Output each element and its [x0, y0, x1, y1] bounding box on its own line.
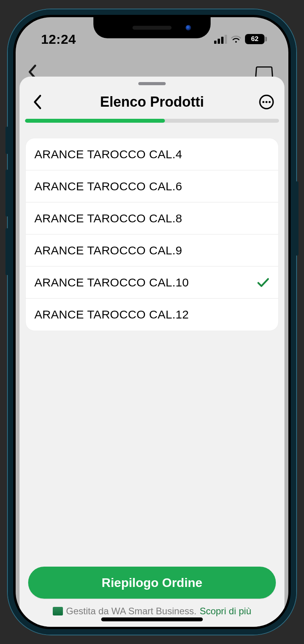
- svg-point-3: [268, 101, 270, 103]
- bottom-sheet: Elenco Prodotti ARANCE T: [20, 77, 284, 627]
- product-row[interactable]: ARANCE TAROCCO CAL.10: [26, 267, 278, 299]
- back-button[interactable]: [29, 93, 46, 111]
- status-right: 62: [214, 34, 267, 44]
- product-label: ARANCE TAROCCO CAL.6: [34, 180, 182, 193]
- product-row[interactable]: ARANCE TAROCCO CAL.9: [26, 234, 278, 267]
- more-button[interactable]: [258, 93, 275, 111]
- product-label: ARANCE TAROCCO CAL.4: [34, 148, 182, 161]
- product-row[interactable]: ARANCE TAROCCO CAL.12: [26, 299, 278, 331]
- phone-frame: 12:24 62: [8, 9, 296, 635]
- sheet-header: Elenco Prodotti: [20, 88, 284, 116]
- product-row[interactable]: ARANCE TAROCCO CAL.4: [26, 138, 278, 170]
- page-title: Elenco Prodotti: [100, 94, 204, 110]
- speaker: [132, 26, 172, 30]
- managed-by-line: Gestita da WA Smart Business. Scopri di …: [28, 606, 276, 617]
- side-button: [5, 127, 9, 154]
- progress-bar: [25, 119, 279, 123]
- product-row[interactable]: ARANCE TAROCCO CAL.8: [26, 202, 278, 234]
- sheet-grabber[interactable]: [138, 82, 166, 85]
- power-button: [295, 181, 299, 256]
- battery-indicator: 62: [245, 34, 267, 44]
- product-label: ARANCE TAROCCO CAL.9: [34, 244, 182, 257]
- volume-up-button: [5, 170, 9, 216]
- product-row[interactable]: ARANCE TAROCCO CAL.6: [26, 170, 278, 202]
- home-indicator[interactable]: [101, 617, 203, 621]
- product-label: ARANCE TAROCCO CAL.12: [34, 308, 189, 321]
- screen: 12:24 62: [16, 17, 288, 627]
- order-summary-button[interactable]: Riepilogo Ordine: [28, 567, 276, 599]
- svg-point-1: [262, 101, 264, 103]
- notch: [93, 17, 211, 38]
- managed-by-text: Gestita da WA Smart Business.: [66, 606, 197, 617]
- svg-point-2: [265, 101, 267, 103]
- progress-fill: [25, 119, 165, 123]
- product-list: ARANCE TAROCCO CAL.4ARANCE TAROCCO CAL.6…: [26, 138, 278, 331]
- front-camera: [186, 25, 191, 30]
- product-label: ARANCE TAROCCO CAL.8: [34, 212, 182, 225]
- chevron-left-icon: [32, 94, 43, 110]
- product-label: ARANCE TAROCCO CAL.10: [34, 276, 189, 289]
- check-icon: [256, 276, 270, 289]
- wifi-icon: [231, 35, 241, 43]
- battery-percent: 62: [251, 35, 259, 43]
- more-horizontal-icon: [259, 94, 274, 110]
- wa-badge-icon: [53, 607, 63, 615]
- status-time: 12:24: [41, 32, 76, 47]
- learn-more-link[interactable]: Scopri di più: [200, 606, 251, 617]
- cellular-signal-icon: [214, 34, 227, 44]
- volume-down-button: [5, 228, 9, 275]
